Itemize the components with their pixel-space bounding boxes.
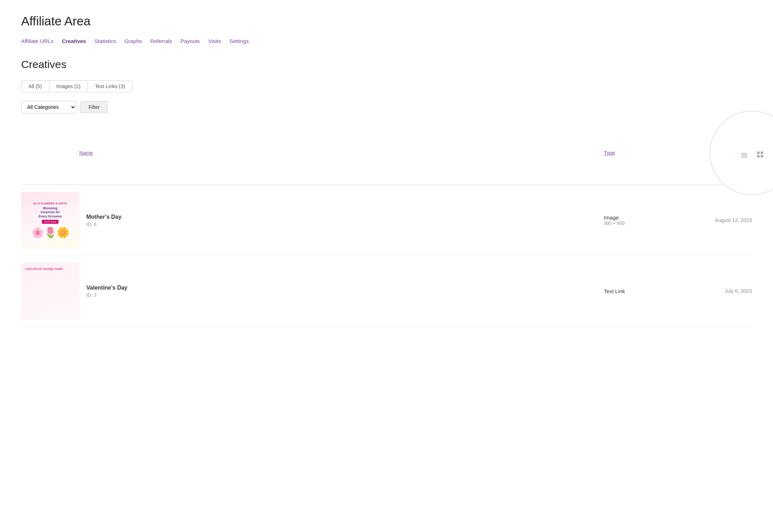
nav-creatives[interactable]: Creatives: [62, 38, 86, 44]
creative-list: AL'S FLOWERS & GIFTS BloomingSurprises f…: [21, 185, 752, 327]
creative-updated-block: July 6, 2023: [674, 288, 752, 294]
creative-updated: August 12, 2023: [674, 217, 752, 223]
creative-info: Valentine's Day ID: 3 Text Link July 6, …: [86, 285, 752, 298]
banner-cta: SHOP NOW: [42, 220, 58, 224]
page-title: Affiliate Area: [21, 14, 752, 28]
creative-type-block: Text Link: [604, 288, 674, 294]
creative-info: Mother's Day ID: 6 Image 300 × 600 Augus…: [86, 214, 752, 227]
col-header-name[interactable]: Name: [79, 150, 93, 156]
tab-all[interactable]: All (5): [21, 81, 49, 92]
col-header-type[interactable]: Type: [604, 150, 615, 156]
banner-logo-text: AL'S FLOWERS & GIFTS: [33, 202, 67, 205]
valentines-thumbnail-text: Love-Struck Savings Await!: [25, 267, 62, 271]
creative-size: 300 × 600: [604, 221, 674, 226]
tab-text-links[interactable]: Text Links (3): [88, 81, 132, 92]
nav-visits[interactable]: Visits: [208, 38, 221, 44]
section-title: Creatives: [21, 58, 752, 70]
banner-flowers-icon: 🌸🌷🌼: [31, 227, 69, 239]
list-view-icon[interactable]: [740, 147, 749, 159]
filter-button[interactable]: Filter: [80, 101, 108, 113]
nav-graphs[interactable]: Graphs: [124, 38, 142, 44]
nav-statistics[interactable]: Statistics: [94, 38, 116, 44]
creative-id: ID: 6: [86, 222, 604, 227]
creative-name: Mother's Day: [86, 214, 604, 220]
table-row: Love-Struck Savings Await! Valentine's D…: [21, 256, 752, 327]
creative-id: ID: 3: [86, 292, 604, 298]
creative-name-block: Mother's Day ID: 6: [86, 214, 604, 227]
filter-row: All Categories Filter: [21, 101, 752, 113]
category-select[interactable]: All Categories: [21, 101, 76, 113]
creative-type: Text Link: [604, 288, 674, 294]
filter-tabs: All (5) Images (2) Text Links (3): [21, 80, 132, 92]
nav-referrals[interactable]: Referrals: [150, 38, 172, 44]
creative-thumbnail: AL'S FLOWERS & GIFTS BloomingSurprises f…: [21, 192, 79, 248]
creative-type-block: Image 300 × 600: [604, 215, 674, 226]
table-row: AL'S FLOWERS & GIFTS BloomingSurprises f…: [21, 185, 752, 256]
creative-updated-block: August 12, 2023: [674, 217, 752, 223]
creative-updated: July 6, 2023: [674, 288, 752, 294]
table-header: Name Type * Updated: [21, 125, 752, 185]
creative-name-block: Valentine's Day ID: 3: [86, 285, 604, 298]
creative-thumbnail: Love-Struck Savings Await!: [21, 263, 79, 319]
nav-settings[interactable]: Settings: [229, 38, 249, 44]
main-nav: Affiliate URLs Creatives Statistics Grap…: [21, 38, 752, 44]
banner-headline-text: BloomingSurprises forEvery Occasion: [38, 206, 62, 218]
grid-view-icon[interactable]: [756, 147, 765, 159]
nav-payouts[interactable]: Payouts: [180, 38, 200, 44]
creative-name: Valentine's Day: [86, 285, 604, 291]
creative-type: Image: [604, 215, 674, 221]
nav-affiliate-urls[interactable]: Affiliate URLs: [21, 38, 54, 44]
tab-images[interactable]: Images (2): [49, 81, 88, 92]
